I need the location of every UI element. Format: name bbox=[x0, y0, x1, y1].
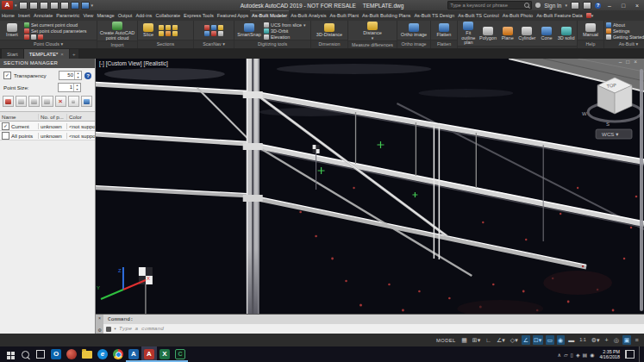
autodesk-a360-icon[interactable] bbox=[571, 2, 579, 9]
tray-battery-icon[interactable]: ▯ bbox=[571, 352, 573, 358]
taskbar-cyclone[interactable]: C bbox=[172, 346, 188, 362]
column-name[interactable]: Name bbox=[0, 114, 38, 120]
isodraft-icon[interactable]: ◇▾ bbox=[509, 335, 519, 345]
autocad-app-menu-button[interactable]: A bbox=[2, 1, 13, 9]
tab-as-built-modeler[interactable]: As-Built Modeler bbox=[250, 10, 289, 21]
transparency-checkbox[interactable]: ✓ bbox=[3, 72, 11, 79]
small-section-button[interactable] bbox=[68, 96, 79, 107]
viewport-controls-menu[interactable]: [-] bbox=[99, 60, 104, 66]
compass-south-label[interactable]: S bbox=[606, 122, 610, 127]
all-points-checkbox[interactable] bbox=[2, 132, 9, 140]
create-autocad-point-cloud-button[interactable]: Create AutoCAD point cloud bbox=[99, 22, 135, 41]
manual-button[interactable]: Manual bbox=[579, 23, 602, 38]
spin-down-icon[interactable]: ▾ bbox=[74, 88, 80, 92]
elevation-button[interactable]: Elevation bbox=[264, 34, 305, 40]
scannav-tool-icon-3[interactable] bbox=[218, 25, 223, 30]
tab-as-built-ts-design[interactable]: As-Built TS Design bbox=[412, 10, 456, 21]
viewport-view-menu[interactable]: [Custom View] bbox=[106, 60, 142, 66]
delete-section-button[interactable]: × bbox=[55, 96, 66, 107]
column-color[interactable]: Color bbox=[66, 114, 95, 120]
taskbar-clock[interactable]: 2:35 PM 4/16/2018 bbox=[597, 349, 622, 359]
workspace-gear-icon[interactable]: ⚙▾ bbox=[590, 335, 601, 345]
new-section-button[interactable] bbox=[3, 96, 14, 107]
about-button[interactable]: About bbox=[606, 22, 644, 28]
point-cloud-tool-icon-1[interactable] bbox=[24, 34, 29, 40]
table-row-all-points[interactable]: All points unknown <not support... bbox=[0, 131, 95, 140]
task-view-button[interactable] bbox=[33, 346, 48, 362]
polygon-button[interactable]: Polygon bbox=[479, 27, 497, 41]
ortho-icon[interactable]: ∟ bbox=[485, 335, 493, 345]
panel-title-help[interactable]: Help bbox=[578, 40, 603, 48]
taskbar-autocad-blue[interactable]: A bbox=[126, 346, 141, 362]
scannav-tool-icon-1[interactable] bbox=[204, 25, 209, 30]
wcs-dropdown[interactable]: WCS ▾ bbox=[602, 131, 619, 137]
command-input[interactable]: ▾ Type a command bbox=[103, 324, 644, 334]
customization-plus-icon[interactable]: + bbox=[603, 335, 610, 345]
command-close-icon[interactable]: × bbox=[98, 315, 101, 321]
window-restore-button[interactable]: □ bbox=[618, 3, 628, 9]
osnap-tracking-icon[interactable]: ∠ bbox=[522, 335, 529, 345]
ortho-image-button[interactable]: Ortho image bbox=[399, 23, 428, 38]
tray-network-icon[interactable]: ▤ bbox=[583, 352, 588, 358]
cone-button[interactable]: Cone bbox=[538, 27, 556, 41]
section-tool-icon-5[interactable] bbox=[166, 31, 171, 36]
new-file-icon[interactable] bbox=[19, 2, 28, 9]
tray-volume-icon[interactable]: ◉ bbox=[590, 352, 594, 358]
drawing-restore-icon[interactable]: □ bbox=[626, 59, 629, 65]
transparency-icon[interactable]: ▬ bbox=[567, 335, 576, 345]
viewport-style-menu[interactable]: [Realistic] bbox=[144, 60, 168, 66]
camera-tab-icon[interactable]: ▾ bbox=[585, 10, 596, 21]
help-search-input[interactable]: Type a keyword or phrase bbox=[447, 1, 532, 9]
distance-button[interactable]: Distance ▾ bbox=[350, 22, 395, 41]
panel-title-flatten[interactable]: Flatten bbox=[431, 40, 457, 48]
slice-button[interactable]: Slice bbox=[140, 23, 157, 38]
flatten-button[interactable]: Flatten bbox=[433, 23, 455, 38]
panel-title-digitizing-tools[interactable]: Digitizing tools bbox=[234, 40, 310, 48]
window-close-button[interactable]: × bbox=[632, 3, 642, 9]
open-file-icon[interactable] bbox=[29, 2, 38, 9]
window-minimize-button[interactable]: – bbox=[604, 3, 615, 9]
snap-icon[interactable]: ⊞▾ bbox=[471, 335, 481, 345]
viewport-scrollbar[interactable] bbox=[640, 69, 643, 311]
tab-home[interactable]: Home bbox=[0, 10, 16, 21]
compass-west-label[interactable]: W bbox=[582, 111, 587, 116]
taskbar-file-explorer[interactable] bbox=[79, 346, 95, 362]
tray-security-icon[interactable]: ◈ bbox=[576, 352, 580, 358]
panel-title-ortho-image[interactable]: Ortho image bbox=[397, 40, 430, 48]
tab-as-built-plant[interactable]: As-Built Plant bbox=[328, 10, 361, 21]
taskbar-autocad-red-active[interactable]: A bbox=[141, 346, 157, 362]
section-list-button[interactable] bbox=[81, 96, 92, 107]
taskbar-search-button[interactable] bbox=[17, 346, 33, 362]
settings-button[interactable]: Settings bbox=[606, 28, 644, 34]
transparency-stepper[interactable]: 50 ▴▾ bbox=[59, 71, 82, 80]
set-point-cloud-parameters-button[interactable]: Set point cloud parameters bbox=[24, 28, 86, 34]
tab-view[interactable]: View bbox=[81, 10, 95, 21]
model-space-button[interactable]: MODEL bbox=[436, 338, 456, 343]
section-tool-icon-6[interactable] bbox=[172, 31, 178, 36]
selection-cycling-icon[interactable]: ◉ bbox=[557, 335, 565, 345]
scannav-tool-icon-6[interactable] bbox=[218, 31, 223, 36]
edit-section-button[interactable] bbox=[28, 96, 40, 107]
panel-title-import[interactable]: Import bbox=[97, 41, 137, 48]
save-as-icon[interactable] bbox=[50, 2, 59, 9]
tab-collaborate[interactable]: Collaborate bbox=[153, 10, 182, 21]
file-tab-template[interactable]: TEMPLATE* × bbox=[24, 49, 69, 59]
point-cloud-tool-icon-2[interactable] bbox=[31, 34, 36, 40]
annotation-monitor-icon[interactable]: ◎ bbox=[612, 335, 620, 345]
qat-customize-caret-icon[interactable]: ▾ bbox=[91, 3, 94, 8]
section-tool-icon-2[interactable] bbox=[166, 25, 171, 30]
panel-title-point-clouds[interactable]: Point Clouds ▾ bbox=[0, 40, 97, 48]
3d-orbit-button[interactable]: 3D-Orbit bbox=[264, 28, 305, 34]
point-size-stepper[interactable]: 1 ▴▾ bbox=[58, 83, 81, 92]
undo-icon[interactable] bbox=[71, 2, 79, 9]
taskbar-excel[interactable]: X bbox=[157, 346, 172, 362]
panel-title-as-built[interactable]: As-Built ▾ bbox=[604, 40, 644, 48]
move-section-button[interactable] bbox=[41, 96, 53, 107]
command-customize-icon[interactable]: ⚙ bbox=[97, 328, 101, 333]
help-icon[interactable]: ? bbox=[595, 3, 601, 9]
table-row-current[interactable]: ✓Current unknown <not support... bbox=[0, 122, 95, 131]
taskbar-faro[interactable] bbox=[64, 346, 79, 362]
search-icon[interactable] bbox=[524, 3, 529, 8]
3d-distance-button[interactable]: 3D-Distance bbox=[313, 23, 346, 38]
polar-tracking-icon[interactable]: ∠▾ bbox=[496, 335, 507, 345]
